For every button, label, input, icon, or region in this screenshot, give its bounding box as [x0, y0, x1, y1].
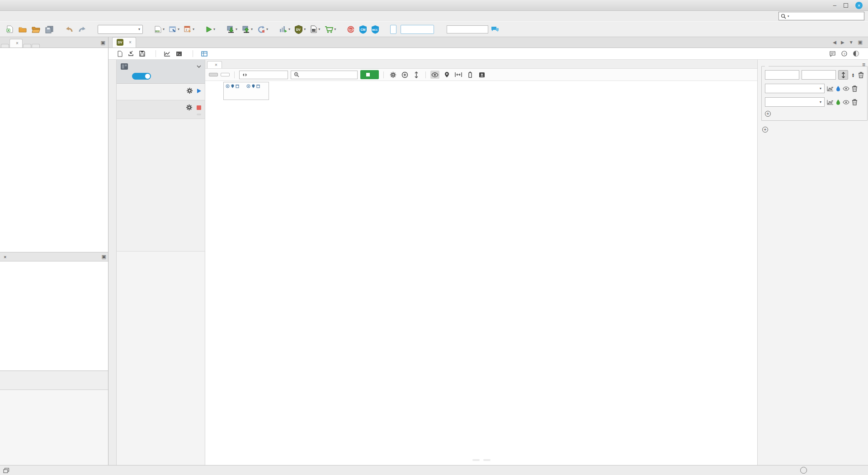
plot-style-icon[interactable] [827, 100, 834, 105]
maximize-panel-icon[interactable]: ▣ [858, 39, 863, 45]
tab-files[interactable] [23, 44, 31, 48]
device-battery-icon[interactable] [466, 71, 475, 79]
color-droplet-icon[interactable] [836, 86, 840, 91]
profile-project-button[interactable]: ▾ [279, 25, 290, 33]
save-all-button[interactable] [45, 25, 54, 33]
cursor-pin-icon[interactable] [231, 84, 234, 88]
delete-axis-trash-icon[interactable] [858, 71, 864, 78]
gear-icon[interactable] [186, 104, 193, 111]
visibility-eye-icon[interactable] [843, 86, 849, 91]
mcc-button[interactable]: MCC [371, 25, 379, 34]
navigator-tab[interactable]: × [2, 254, 6, 260]
minimize-panel-icon[interactable]: ▣ [102, 254, 106, 260]
new-project-button[interactable] [18, 25, 27, 33]
tab-classes[interactable] [1, 44, 9, 48]
cursor-pin-icon[interactable] [252, 84, 255, 88]
gear-icon[interactable] [186, 87, 193, 94]
axis-spinner[interactable]: ▲▼ [850, 73, 856, 77]
stop-capture-icon[interactable] [197, 105, 201, 110]
legend-filtered03-on-median[interactable] [483, 459, 491, 461]
howdoi-input[interactable] [447, 25, 488, 33]
cursor-remove-icon[interactable] [236, 84, 239, 88]
plot-settings-gear-icon[interactable] [388, 71, 397, 79]
device-card[interactable] [117, 60, 205, 84]
code-configurator-cm-button[interactable]: CM [359, 25, 367, 34]
live-view-eye-icon[interactable] [430, 71, 439, 79]
messages-button[interactable] [830, 51, 838, 57]
running-button[interactable] [360, 70, 379, 79]
close-icon[interactable]: × [16, 41, 19, 46]
refresh-debug-tool-button[interactable]: ▾ [257, 25, 268, 33]
fit-vertical-icon[interactable] [412, 71, 421, 79]
autoscale-icon[interactable] [838, 70, 848, 80]
pan-offset-field[interactable] [239, 71, 288, 79]
tab-data-visualizer[interactable]: DV × [112, 37, 136, 48]
close-icon[interactable]: × [129, 40, 132, 45]
visibility-eye-icon[interactable] [843, 100, 849, 104]
restore-window-icon[interactable] [3, 468, 9, 473]
time-plot-canvas[interactable] [205, 81, 757, 455]
chat-icon[interactable] [491, 26, 500, 33]
read-device-memory-button[interactable]: ▾ [241, 25, 253, 33]
terminal-view-button[interactable] [176, 51, 184, 57]
snapshot-save-icon[interactable] [477, 71, 486, 79]
tab-time-plot[interactable]: × [207, 61, 222, 68]
help-button[interactable]: ? [841, 51, 849, 57]
build-project-button[interactable]: SRC▾ [154, 25, 165, 33]
make-and-program-device-button[interactable]: ▾ [226, 25, 237, 33]
start-capture-icon[interactable] [197, 89, 201, 93]
add-plot-button[interactable]: + [765, 111, 864, 117]
search-input[interactable]: ▾ [778, 12, 864, 20]
project-configuration-select[interactable]: ▾ [98, 25, 143, 34]
fit-horizontal-icon[interactable] [454, 71, 463, 79]
redo-button[interactable] [78, 25, 87, 33]
discover-button[interactable]: MCHP [347, 25, 355, 33]
cursor-remove-icon[interactable] [256, 84, 260, 88]
memory-indicator-badge[interactable] [800, 467, 807, 474]
simulator-log-button[interactable]: LOG▾ [310, 25, 320, 33]
zoom-reset-icon[interactable] [400, 71, 409, 79]
close-icon[interactable]: × [215, 62, 217, 67]
delete-plot-trash-icon[interactable] [852, 99, 858, 105]
time-plot-view-button[interactable] [164, 51, 173, 57]
scroll-tabs-left-icon[interactable]: ◀ [833, 40, 836, 45]
cursor-pin-icon[interactable] [442, 71, 451, 79]
minimize-button[interactable]: – [833, 2, 836, 8]
theme-toggle[interactable] [853, 51, 859, 57]
plot-source-select[interactable]: ▾ [765, 84, 825, 93]
cursor-target-icon[interactable] [246, 84, 250, 88]
close-icon[interactable]: × [4, 254, 6, 260]
tab-projects[interactable]: × [9, 39, 23, 48]
legend-original-on-median[interactable] [472, 459, 480, 461]
data-visualizer-button[interactable]: DV▾ [294, 25, 306, 34]
plot-source-select[interactable]: ▾ [765, 97, 825, 107]
plot-style-icon[interactable] [827, 86, 834, 91]
make-and-program-schedule-button[interactable]: 3▾ [184, 25, 194, 33]
tab-list-caret-icon[interactable]: ▼ [849, 40, 854, 45]
workspace-load-button[interactable] [128, 51, 136, 57]
connection-debug-gpio[interactable] [117, 84, 205, 100]
panel-menu-icon[interactable]: ≡ [862, 62, 865, 68]
run-project-button[interactable]: ▾ [205, 26, 215, 33]
open-project-button[interactable] [31, 25, 41, 33]
time-plot-chart[interactable] [205, 81, 757, 455]
workspace-clear-button[interactable] [117, 51, 125, 57]
dgi-toggle[interactable] [132, 73, 151, 80]
clean-and-build-project-button[interactable]: ▾ [169, 25, 179, 33]
axis-min-input[interactable] [765, 70, 799, 80]
dvrt-session-button[interactable] [201, 51, 210, 57]
maximize-button[interactable] [844, 3, 848, 8]
add-data-axis-button[interactable]: + [762, 127, 864, 133]
close-button[interactable]: × [855, 2, 863, 9]
scope-mode-button[interactable] [221, 73, 230, 76]
new-file-button[interactable] [5, 25, 14, 33]
workspace-save-button[interactable] [139, 51, 147, 57]
scroll-tabs-right-icon[interactable]: ▶ [841, 40, 844, 45]
roll-mode-button[interactable] [209, 73, 218, 76]
dock-window-icon[interactable]: ▣ [99, 40, 107, 48]
undo-button[interactable] [65, 25, 74, 33]
chevron-down-icon[interactable] [197, 65, 201, 68]
content-store-button[interactable]: ▾ [324, 25, 336, 33]
delete-plot-trash-icon[interactable] [852, 85, 858, 92]
zoom-span-field[interactable] [291, 71, 358, 79]
